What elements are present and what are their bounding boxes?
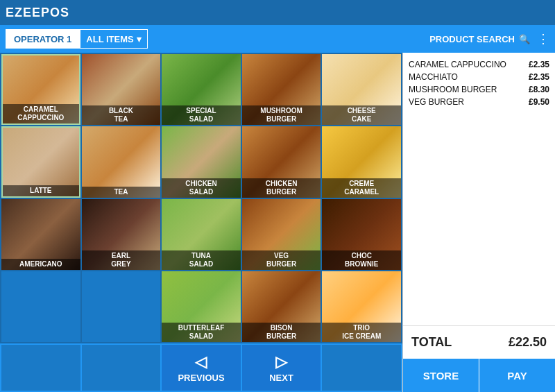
- product-search-button[interactable]: PRODUCT SEARCH 🔍: [429, 34, 530, 44]
- search-item-name: MUSHROOM BURGER: [409, 85, 497, 94]
- search-item-price: £8.30: [529, 85, 549, 94]
- cell-label-cheese-cake: CHEESE CAKE: [322, 105, 401, 125]
- cell-label-bison-burger: BISON BURGER: [242, 323, 321, 342]
- main-area: CARAMEL CAPPUCCINOBLACK TEASPECIAL SALAD…: [0, 53, 555, 392]
- cell-label-caramel-cappuccino: CARAMEL CAPPUCCINO: [3, 104, 79, 123]
- previous-button[interactable]: ◁ PREVIOUS: [162, 345, 241, 391]
- cell-label-latte: LATTE: [3, 185, 79, 196]
- cell-label-special-salad: SPECIAL SALAD: [162, 105, 241, 125]
- next-arrow: ▷: [275, 353, 287, 371]
- dropdown-icon: ▾: [137, 34, 142, 44]
- store-button[interactable]: STORE: [403, 359, 479, 392]
- pay-button[interactable]: PAY: [479, 359, 555, 392]
- grid-cell-trio-ice-cream[interactable]: TRIO ICE CREAM: [322, 271, 401, 342]
- search-item-price: £9.50: [529, 97, 549, 107]
- grid-cell-special-salad[interactable]: SPECIAL SALAD: [162, 54, 241, 125]
- cell-label-tuna-salad: TUNA SALAD: [162, 250, 241, 270]
- search-item-price: £2.35: [529, 72, 549, 82]
- cell-label-trio-ice-cream: TRIO ICE CREAM: [322, 323, 401, 342]
- header: EZEEPOS: [0, 0, 555, 25]
- bottom-navigation: ◁ PREVIOUS ▷ NEXT: [0, 343, 402, 392]
- cell-label-chicken-salad: CHICKEN SALAD: [162, 178, 241, 198]
- search-results: CARAMEL CAPPUCCINO£2.35MACCHIATO£2.35MUS…: [403, 53, 555, 325]
- search-icon: 🔍: [519, 34, 530, 44]
- cell-label-creme-caramel: CREME CARAMEL: [322, 178, 401, 198]
- cell-label-americano: AMERICANO: [1, 259, 80, 270]
- app: EZEEPOS OPERATOR 1 ALL ITEMS ▾ PRODUCT S…: [0, 0, 555, 392]
- grid-cell-chicken-salad[interactable]: CHICKEN SALAD: [162, 126, 241, 197]
- cell-label-black-tea: BLACK TEA: [82, 105, 161, 125]
- grid-cell-empty1: [1, 271, 80, 342]
- cell-label-choc-brownie: CHOC BROWNIE: [322, 250, 401, 270]
- more-menu-button[interactable]: ⋮: [537, 31, 549, 46]
- total-label: TOTAL: [411, 335, 452, 350]
- empty-nav-right: [322, 345, 401, 391]
- grid-cell-earl-grey[interactable]: EARL GREY: [82, 199, 161, 270]
- cell-label-mushroom-burger: MUSHROOM BURGER: [242, 105, 321, 125]
- cell-label-tea: TEA: [82, 187, 161, 198]
- total-bar: TOTAL £22.50: [403, 325, 555, 359]
- action-buttons: STORE PAY: [403, 359, 555, 392]
- grid-cell-butterleaf-salad[interactable]: BUTTERLEAF SALAD: [162, 271, 241, 342]
- search-result-item[interactable]: MUSHROOM BURGER£8.30: [409, 83, 549, 96]
- right-panel: CARAMEL CAPPUCCINO£2.35MACCHIATO£2.35MUS…: [402, 53, 555, 392]
- search-result-item[interactable]: CARAMEL CAPPUCCINO£2.35: [409, 58, 549, 71]
- next-button[interactable]: ▷ NEXT: [242, 345, 321, 391]
- search-item-price: £2.35: [529, 60, 549, 69]
- logo-text: EZEEPOS: [6, 6, 69, 19]
- all-items-label: ALL ITEMS: [86, 34, 133, 44]
- grid-area: CARAMEL CAPPUCCINOBLACK TEASPECIAL SALAD…: [0, 53, 402, 392]
- cell-label-veg-burger: VEG BURGER: [242, 250, 321, 270]
- cell-label-chicken-burger: CHICKEN BURGER: [242, 178, 321, 198]
- grid-cell-latte[interactable]: LATTE: [1, 126, 80, 197]
- grid-cell-mushroom-burger[interactable]: MUSHROOM BURGER: [242, 54, 321, 125]
- grid-cell-black-tea[interactable]: BLACK TEA: [82, 54, 161, 125]
- prev-arrow: ◁: [195, 353, 207, 371]
- grid-cell-creme-caramel[interactable]: CREME CARAMEL: [322, 126, 401, 197]
- empty-nav-left2: [82, 345, 161, 391]
- previous-label: PREVIOUS: [178, 373, 224, 383]
- cell-label-butterleaf-salad: BUTTERLEAF SALAD: [162, 323, 241, 342]
- product-search-label: PRODUCT SEARCH: [429, 34, 515, 44]
- next-label: NEXT: [269, 373, 293, 383]
- operator-button[interactable]: OPERATOR 1: [6, 29, 80, 49]
- grid-cell-americano[interactable]: AMERICANO: [1, 199, 80, 270]
- empty-nav-left: [1, 345, 80, 391]
- toolbar: OPERATOR 1 ALL ITEMS ▾ PRODUCT SEARCH 🔍 …: [0, 25, 555, 53]
- grid-cell-tuna-salad[interactable]: TUNA SALAD: [162, 199, 241, 270]
- cell-label-earl-grey: EARL GREY: [82, 250, 161, 270]
- grid-cell-tea[interactable]: TEA: [82, 126, 161, 197]
- grid-cell-caramel-cappuccino[interactable]: CARAMEL CAPPUCCINO: [1, 54, 80, 125]
- search-item-name: MACCHIATO: [409, 72, 458, 82]
- search-item-name: VEG BURGER: [409, 97, 464, 107]
- grid-cell-cheese-cake[interactable]: CHEESE CAKE: [322, 54, 401, 125]
- grid-cell-chicken-burger[interactable]: CHICKEN BURGER: [242, 126, 321, 197]
- all-items-button[interactable]: ALL ITEMS ▾: [80, 29, 147, 49]
- search-result-item[interactable]: VEG BURGER£9.50: [409, 96, 549, 108]
- logo: EZEEPOS: [6, 6, 69, 20]
- search-item-name: CARAMEL CAPPUCCINO: [409, 60, 506, 69]
- grid-cell-bison-burger[interactable]: BISON BURGER: [242, 271, 321, 342]
- total-amount: £22.50: [509, 335, 547, 350]
- grid-cell-choc-brownie[interactable]: CHOC BROWNIE: [322, 199, 401, 270]
- grid-cell-empty2: [82, 271, 161, 342]
- search-result-item[interactable]: MACCHIATO£2.35: [409, 71, 549, 83]
- product-grid: CARAMEL CAPPUCCINOBLACK TEASPECIAL SALAD…: [0, 53, 402, 343]
- grid-cell-veg-burger[interactable]: VEG BURGER: [242, 199, 321, 270]
